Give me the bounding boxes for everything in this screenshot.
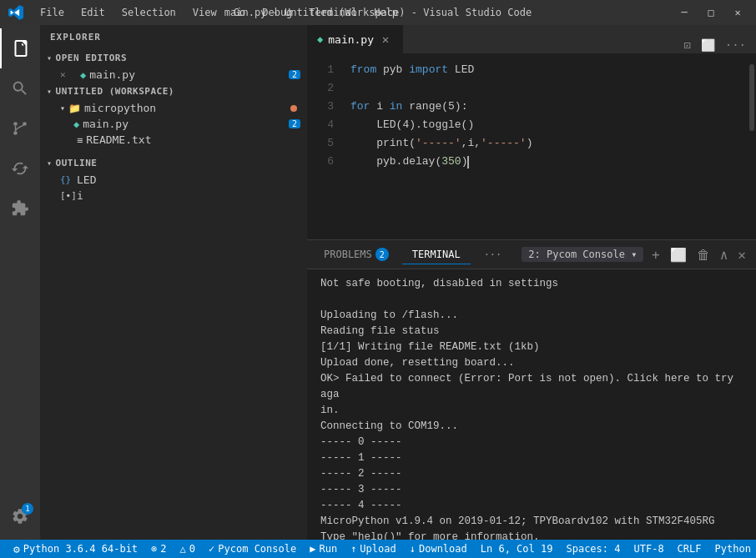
chevron-up-button[interactable]: ∧ — [717, 245, 732, 264]
outline-i-icon: [•] — [60, 190, 73, 201]
python-version-label: Python 3.6.4 64-bit — [23, 543, 138, 555]
term-line-12: ----- 3 ----- — [320, 482, 743, 498]
sidebar-header: Explorer — [40, 25, 307, 49]
outline-i[interactable]: [•] i — [40, 188, 307, 204]
code-line-1: from pyb import LED — [350, 61, 748, 79]
status-download[interactable]: ↓ Download — [403, 540, 474, 558]
activity-debug[interactable] — [0, 148, 40, 189]
file-main-py-name: main.py — [83, 118, 129, 130]
open-editors-label: Open Editors — [56, 53, 127, 63]
split-editor-button[interactable]: ⊡ — [680, 37, 693, 53]
warning-icon: △ — [180, 543, 186, 555]
menu-view[interactable]: View — [186, 5, 224, 20]
add-terminal-button[interactable]: + — [648, 245, 663, 264]
outline-led-name: LED — [77, 173, 96, 186]
code-line-5: print('-----',i,'-----') — [350, 134, 748, 153]
panel: PROBLEMS 2 TERMINAL ··· 2: Pycom Console… — [307, 239, 756, 540]
terminal-label: TERMINAL — [412, 249, 461, 260]
outline-chevron: ▾ — [47, 158, 53, 168]
activity-explorer[interactable] — [0, 28, 40, 68]
outline-label: Outline — [56, 158, 98, 168]
window-controls: ─ □ ✕ — [674, 3, 748, 23]
term-line-11: ----- 2 ----- — [320, 466, 743, 482]
tab-close-button[interactable]: ✕ — [379, 33, 392, 46]
vscode-logo — [8, 5, 23, 20]
status-encoding[interactable]: UTF-8 — [627, 543, 670, 555]
toggle-layout-button[interactable]: ⬜ — [698, 37, 718, 53]
term-line-6: OK> Failed to connect (Error: Port is no… — [320, 371, 743, 403]
status-warnings[interactable]: △ 0 — [174, 540, 202, 558]
term-line-4: [1/1] Writing file README.txt (1kb) — [320, 339, 743, 355]
workspace-chevron: ▾ — [47, 87, 53, 96]
term-line-9: ----- 0 ----- — [320, 435, 743, 450]
tab-more[interactable]: ··· — [474, 245, 512, 264]
outline-led[interactable]: {} LED — [40, 172, 307, 188]
status-eol[interactable]: CRLF — [671, 543, 708, 555]
code-editor[interactable]: 1 2 3 4 5 6 from pyb import LED for i in… — [307, 54, 756, 239]
trash-terminal-button[interactable]: 🗑 — [693, 245, 713, 264]
check-icon: ✓ — [209, 543, 214, 555]
status-python-version[interactable]: ⚙ Python 3.6.4 64-bit — [7, 540, 144, 558]
code-content[interactable]: from pyb import LED for i in range(5): L… — [347, 61, 748, 233]
minimize-button[interactable]: ─ — [674, 3, 694, 23]
editor-scrollbar[interactable] — [748, 61, 756, 233]
file-py-icon: ◆ — [73, 118, 79, 130]
status-pycom[interactable]: ✓ Pycom Console — [202, 540, 303, 558]
main-layout: 1 Explorer ▾ Open Editors ✕ ◆ main.py 2 … — [0, 25, 756, 540]
status-spaces[interactable]: Spaces: 4 — [559, 543, 627, 555]
term-line-3: Reading file status — [320, 324, 743, 339]
open-editor-main-py[interactable]: ✕ ◆ main.py 2 — [40, 67, 307, 83]
folder-icon: 📁 — [68, 103, 81, 114]
file-readme[interactable]: ≡ README.txt — [40, 132, 307, 148]
folder-name: micropython — [84, 102, 156, 114]
open-editors-chevron: ▾ — [47, 53, 53, 63]
close-editor-icon[interactable]: ✕ — [60, 69, 73, 80]
outline-led-icon: {} — [60, 174, 73, 185]
close-button[interactable]: ✕ — [728, 3, 748, 23]
tab-terminal[interactable]: TERMINAL — [402, 245, 471, 264]
status-language[interactable]: Python — [708, 543, 756, 555]
maximize-button[interactable]: □ — [701, 3, 721, 23]
activity-extensions[interactable] — [0, 189, 40, 229]
terminal-output[interactable]: Not safe booting, disabled in settings U… — [307, 269, 756, 540]
open-editors-section[interactable]: ▾ Open Editors — [40, 49, 307, 67]
tab-problems[interactable]: PROBLEMS 2 — [314, 244, 399, 264]
workspace-section[interactable]: ▾ Untitled (Workspace) — [40, 83, 307, 100]
status-errors[interactable]: ⊗ 2 — [144, 540, 173, 558]
editor-area: ◆ main.py ✕ ⊡ ⬜ ··· 1 2 3 4 5 6 fro — [307, 25, 756, 540]
folder-micropython[interactable]: ▾ 📁 micropython — [40, 100, 307, 116]
tab-main-py[interactable]: ◆ main.py ✕ — [307, 25, 403, 53]
activity-git[interactable] — [0, 108, 40, 148]
activity-search[interactable] — [0, 68, 40, 108]
console-selector[interactable]: 2: Pycom Console ▾ — [522, 247, 643, 262]
menu-file[interactable]: File — [33, 5, 71, 20]
language-label: Python — [715, 543, 751, 555]
term-line-13: ----- 4 ----- — [320, 498, 743, 514]
panel-actions: + ⬜ 🗑 ∧ ✕ — [648, 245, 749, 264]
tab-actions: ⊡ ⬜ ··· — [673, 37, 756, 53]
code-line-6: pyb.delay(350) — [350, 153, 748, 171]
code-line-3: for i in range(5): — [350, 98, 748, 116]
panel-tab-bar: PROBLEMS 2 TERMINAL ··· 2: Pycom Console… — [307, 240, 756, 269]
activity-settings-btn[interactable]: 1 — [0, 496, 40, 536]
titlebar: File Edit Selection View Go Debug Termin… — [0, 0, 756, 25]
outline-section[interactable]: ▾ Outline — [40, 154, 307, 172]
split-terminal-button[interactable]: ⬜ — [667, 245, 690, 264]
file-main-py[interactable]: ◆ main.py 2 — [40, 116, 307, 132]
download-icon: ↓ — [410, 543, 416, 555]
status-cursor-pos[interactable]: Ln 6, Col 19 — [474, 543, 560, 555]
code-line-4: LED(4).toggle() — [350, 116, 748, 134]
file-badge: 2 — [289, 119, 300, 128]
term-line-1: Not safe booting, disabled in settings — [320, 276, 743, 292]
status-bar-right: Ln 6, Col 19 Spaces: 4 UTF-8 CRLF Python… — [474, 543, 756, 555]
more-actions-button[interactable]: ··· — [722, 37, 749, 53]
outline-i-name: i — [77, 189, 83, 202]
activity-settings: 1 — [0, 496, 40, 536]
problems-count: 2 — [375, 248, 389, 261]
menu-selection[interactable]: Selection — [115, 5, 183, 20]
close-panel-button[interactable]: ✕ — [734, 245, 749, 264]
eol-label: CRLF — [678, 543, 702, 555]
status-upload[interactable]: ↑ Upload — [344, 540, 403, 558]
status-run[interactable]: ▶ Run — [303, 540, 344, 558]
menu-edit[interactable]: Edit — [74, 5, 112, 20]
